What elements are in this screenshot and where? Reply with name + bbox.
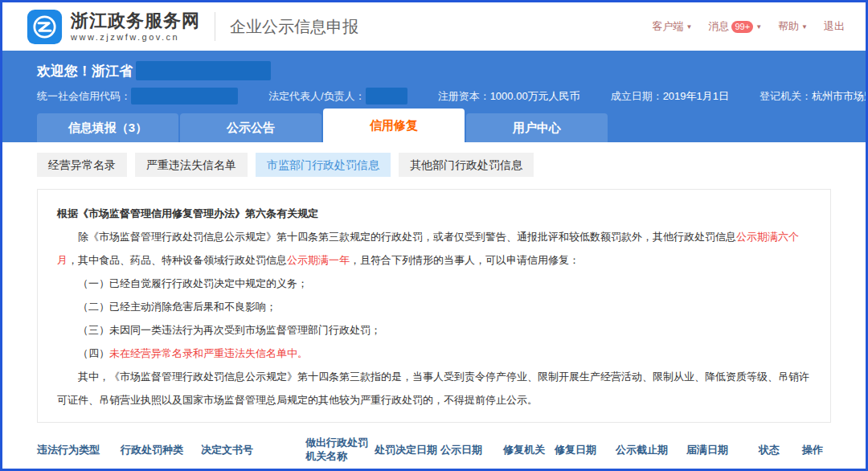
field-registered-capital: 注册资本： 1000.00万元人民币 — [438, 89, 580, 104]
notice-paragraph-1: 除《市场监督管理行政处罚信息公示规定》第十四条第三款规定的行政处罚，或者仅受到警… — [57, 225, 811, 272]
field-founded-date: 成立日期： 2019年1月1日 — [611, 89, 729, 104]
welcome-line: 欢迎您！浙江省 — [37, 61, 833, 80]
col-authority: 做出行政处罚机关名称 — [305, 431, 375, 470]
notice-item-2: （二）已经主动消除危害后果和不良影响； — [57, 295, 811, 318]
page-title: 企业公示信息申报 — [230, 16, 358, 38]
table-header-row: 违法行为类型 行政处罚种类 决定文书号 做出行政处罚机关名称 处罚决定日期 公示… — [37, 431, 836, 470]
tab-user-center[interactable]: 用户中心 — [466, 113, 608, 142]
notice-item-1: （一）已经自觉履行行政处罚决定中规定的义务； — [57, 272, 811, 295]
penalty-table-wrap: 违法行为类型 行政处罚种类 决定文书号 做出行政处罚机关名称 处罚决定日期 公示… — [37, 431, 831, 471]
credit-code-redacted — [131, 88, 238, 104]
chevron-down-icon: ▼ — [755, 23, 762, 31]
tab-credit-repair[interactable]: 信用修复 — [323, 109, 465, 142]
header-divider — [215, 12, 215, 41]
subtab-abnormal-list[interactable]: 经营异常名录 — [37, 153, 127, 177]
col-violation-type: 违法行为类型 — [37, 431, 121, 470]
subtab-other-penalty-info[interactable]: 其他部门行政处罚信息 — [399, 153, 534, 177]
brand-block: 浙江政务服务网 www.zjzwfw.gov.cn — [71, 11, 200, 42]
col-action: 操作 — [802, 431, 836, 470]
notice-item-4: （四）未在经营异常名录和严重违法失信名单中。 — [57, 342, 811, 365]
sub-tab-bar: 经营异常名录 严重违法失信名单 市监部门行政处罚信息 其他部门行政处罚信息 — [2, 142, 866, 177]
menu-client[interactable]: 客户端 ▼ — [653, 19, 693, 34]
main-tab-bar: 信息填报（3） 公示公告 信用修复 用户中心 — [37, 109, 609, 142]
top-header: 浙江政务服务网 www.zjzwfw.gov.cn 企业公示信息申报 客户端 ▼… — [2, 2, 866, 51]
company-info-row: 统一社会信用代码： 法定代表人/负责人： 注册资本： 1000.00万元人民币 … — [37, 88, 833, 104]
col-repair-authority: 修复机关 — [503, 431, 555, 470]
col-status: 状态 — [759, 431, 802, 470]
subtab-market-penalty-info[interactable]: 市监部门行政处罚信息 — [256, 153, 391, 177]
col-penalty-type: 行政处罚种类 — [121, 431, 201, 470]
field-credit-code: 统一社会信用代码： — [37, 88, 238, 104]
red-highlight-item-4: 未在经营异常名录和严重违法失信名单中。 — [109, 347, 308, 359]
col-document-no: 决定文书号 — [201, 431, 305, 470]
subtab-serious-violation-list[interactable]: 严重违法失信名单 — [135, 153, 248, 177]
chevron-down-icon: ▼ — [686, 23, 693, 31]
company-name-redacted — [136, 61, 271, 80]
notice-item-3: （三）未因同一类违法行为再次受到市场监督管理部门行政处罚； — [57, 318, 811, 342]
top-menu: 客户端 ▼ 消息 99+ ▼ 帮助 ▼ 退出 — [653, 19, 845, 34]
chevron-down-icon: ▼ — [801, 23, 808, 31]
message-count-badge: 99+ — [731, 21, 753, 33]
menu-help[interactable]: 帮助 ▼ — [778, 19, 808, 34]
company-banner: 欢迎您！浙江省 统一社会信用代码： 法定代表人/负责人： 注册资本： 1000.… — [2, 51, 866, 142]
notice-paragraph-2: 其中，《市场监督管理行政处罚信息公示规定》第十四条第三款指的是，当事人受到责令停… — [57, 365, 811, 412]
col-publicity-end: 公示截止期 — [616, 431, 686, 470]
col-decision-date: 处罚决定日期 — [375, 431, 440, 470]
col-repair-date: 修复日期 — [555, 431, 616, 470]
col-publicity-date: 公示日期 — [440, 431, 503, 470]
red-highlight-one-year: 公示期满一年 — [287, 254, 350, 266]
site-logo-icon — [27, 9, 63, 45]
field-legal-person: 法定代表人/负责人： — [268, 88, 407, 104]
field-registrar: 登记机关： 杭州市市场监管局 — [760, 89, 868, 104]
tab-info-filing[interactable]: 信息填报（3） — [37, 113, 178, 142]
notice-heading: 根据《市场监督管理信用修复管理办法》第六条有关规定 — [57, 202, 811, 225]
col-expiry-date: 届满日期 — [686, 431, 759, 470]
menu-logout[interactable]: 退出 — [824, 19, 845, 34]
tab-public-notice[interactable]: 公示公告 — [180, 113, 321, 142]
penalty-table: 违法行为类型 行政处罚种类 决定文书号 做出行政处罚机关名称 处罚决定日期 公示… — [37, 431, 836, 471]
brand-url: www.zjzwfw.gov.cn — [71, 32, 200, 42]
menu-messages[interactable]: 消息 99+ ▼ — [708, 19, 762, 34]
regulation-notice-box: 根据《市场监督管理信用修复管理办法》第六条有关规定 除《市场监督管理行政处罚信息… — [37, 189, 831, 423]
brand-title: 浙江政务服务网 — [71, 11, 200, 31]
legal-person-redacted — [366, 88, 407, 104]
